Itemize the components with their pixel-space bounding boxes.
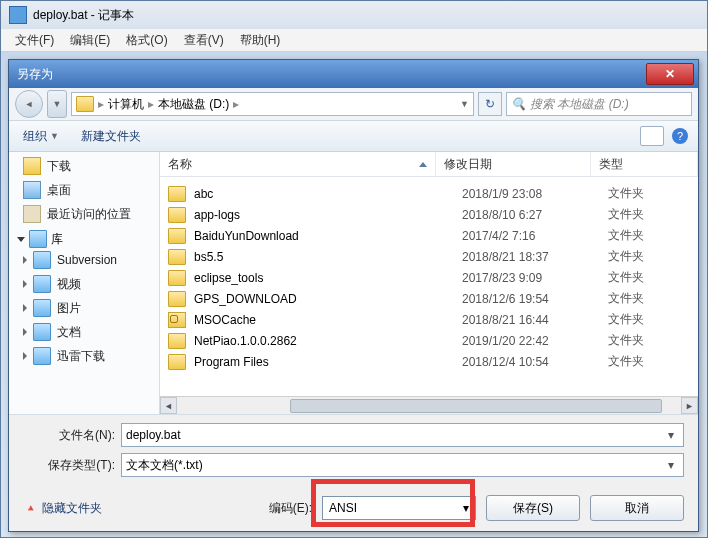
file-name: abc [194,187,462,201]
menu-format[interactable]: 格式(O) [120,30,173,51]
table-row[interactable]: Program Files2018/12/4 10:54文件夹 [160,351,698,372]
toolbar: 组织 ▼ 新建文件夹 ? [9,121,698,152]
file-name: Program Files [194,355,462,369]
table-row[interactable]: app-logs2018/8/10 6:27文件夹 [160,204,698,225]
table-row[interactable]: eclipse_tools2017/8/23 9:09文件夹 [160,267,698,288]
new-folder-button[interactable]: 新建文件夹 [77,126,145,147]
notepad-menubar[interactable]: 文件(F) 编辑(E) 格式(O) 查看(V) 帮助(H) [1,29,707,52]
dialog-title-text: 另存为 [17,66,53,83]
menu-edit[interactable]: 编辑(E) [64,30,116,51]
file-list[interactable]: abc2018/1/9 23:08文件夹app-logs2018/8/10 6:… [160,177,698,396]
filetype-value: 文本文档(*.txt) [126,457,203,474]
close-button[interactable]: ✕ [646,63,694,85]
filename-label: 文件名(N): [23,427,121,444]
file-type: 文件夹 [608,311,698,328]
file-name: app-logs [194,208,462,222]
organize-button[interactable]: 组织 ▼ [19,126,63,147]
file-type: 文件夹 [608,185,698,202]
file-type: 文件夹 [608,332,698,349]
sidebar-item-pictures[interactable]: 图片 [9,296,159,320]
sidebar-item-documents[interactable]: 文档 [9,320,159,344]
table-row[interactable]: BaiduYunDownload2017/4/2 7:16文件夹 [160,225,698,246]
dialog-titlebar[interactable]: 另存为 ✕ [9,60,698,88]
dialog-footer: 🔺 隐藏文件夹 编码(E): ANSI ▾ 保存(S) 取消 [9,485,698,531]
sidebar-item-desktop[interactable]: 桌面 [9,178,159,202]
save-as-dialog: 另存为 ✕ ◄ ▼ ▸ 计算机 ▸ 本地磁盘 (D:) ▸ ▼ ↻ 🔍 搜索 本… [8,59,699,532]
scroll-left-button[interactable]: ◄ [160,397,177,414]
hide-folders-link[interactable]: 🔺 隐藏文件夹 [25,500,102,517]
file-date: 2019/1/20 22:42 [462,334,608,348]
dropdown-icon[interactable]: ▾ [463,501,469,515]
sidebar-item-recent[interactable]: 最近访问的位置 [9,202,159,226]
sidebar-item-subversion[interactable]: Subversion [9,248,159,272]
breadcrumb-computer[interactable]: 计算机 [108,96,144,113]
file-type: 文件夹 [608,248,698,265]
help-icon[interactable]: ? [672,128,688,144]
file-list-pane: 名称 修改日期 类型 abc2018/1/9 23:08文件夹app-logs2… [160,152,698,414]
search-input[interactable]: 🔍 搜索 本地磁盘 (D:) [506,92,692,116]
horizontal-scrollbar[interactable]: ◄ ► [160,396,698,414]
filetype-label: 保存类型(T): [23,457,121,474]
folder-icon [168,354,186,370]
scroll-right-button[interactable]: ► [681,397,698,414]
file-name: BaiduYunDownload [194,229,462,243]
folder-icon [168,333,186,349]
filename-value: deploy.bat [126,428,181,442]
refresh-button[interactable]: ↻ [478,92,502,116]
column-type[interactable]: 类型 [591,152,698,176]
file-date: 2018/8/21 16:44 [462,313,608,327]
column-date[interactable]: 修改日期 [436,152,591,176]
notepad-window: deploy.bat - 记事本 文件(F) 编辑(E) 格式(O) 查看(V)… [0,0,708,538]
encoding-select[interactable]: ANSI ▾ [322,496,476,520]
notepad-title-text: deploy.bat - 记事本 [33,7,134,24]
dropdown-icon[interactable]: ▾ [663,428,679,442]
nav-back-button[interactable]: ◄ [15,90,43,118]
file-name: GPS_DOWNLOAD [194,292,462,306]
sidebar: 下载 桌面 最近访问的位置 库 Subversion 视频 图片 文档 迅雷下载 [9,152,160,414]
view-mode-button[interactable] [640,126,664,146]
notepad-icon [9,6,27,24]
table-row[interactable]: abc2018/1/9 23:08文件夹 [160,183,698,204]
dropdown-icon[interactable]: ▾ [663,458,679,472]
notepad-titlebar: deploy.bat - 记事本 [1,1,707,29]
table-row[interactable]: GPS_DOWNLOAD2018/12/6 19:54文件夹 [160,288,698,309]
menu-file[interactable]: 文件(F) [9,30,60,51]
column-name[interactable]: 名称 [160,152,436,176]
menu-help[interactable]: 帮助(H) [234,30,287,51]
sidebar-libraries-header[interactable]: 库 [9,230,159,248]
file-name: NetPiao.1.0.0.2862 [194,334,462,348]
drive-icon [76,96,94,112]
table-row[interactable]: NetPiao.1.0.0.28622019/1/20 22:42文件夹 [160,330,698,351]
folder-icon [168,186,186,202]
folder-icon [168,270,186,286]
file-type: 文件夹 [608,269,698,286]
address-dropdown-icon[interactable]: ▼ [460,99,469,109]
folder-icon [168,249,186,265]
sidebar-item-xunlei[interactable]: 迅雷下载 [9,344,159,368]
file-date: 2018/8/21 18:37 [462,250,608,264]
fields-area: 文件名(N): deploy.bat ▾ 保存类型(T): 文本文档(*.txt… [9,414,698,485]
search-icon: 🔍 [511,97,526,111]
file-type: 文件夹 [608,353,698,370]
file-date: 2017/4/2 7:16 [462,229,608,243]
address-bar[interactable]: ▸ 计算机 ▸ 本地磁盘 (D:) ▸ ▼ [71,92,474,116]
cancel-button[interactable]: 取消 [590,495,684,521]
sidebar-item-videos[interactable]: 视频 [9,272,159,296]
table-row[interactable]: MSOCache2018/8/21 16:44文件夹 [160,309,698,330]
file-date: 2018/8/10 6:27 [462,208,608,222]
encoding-value: ANSI [329,501,357,515]
filename-input[interactable]: deploy.bat ▾ [121,423,684,447]
menu-view[interactable]: 查看(V) [178,30,230,51]
scroll-thumb[interactable] [290,399,662,413]
filetype-select[interactable]: 文本文档(*.txt) ▾ [121,453,684,477]
column-headers[interactable]: 名称 修改日期 类型 [160,152,698,177]
save-button[interactable]: 保存(S) [486,495,580,521]
table-row[interactable]: bs5.52018/8/21 18:37文件夹 [160,246,698,267]
file-date: 2018/1/9 23:08 [462,187,608,201]
file-type: 文件夹 [608,206,698,223]
sidebar-item-downloads[interactable]: 下载 [9,154,159,178]
breadcrumb-drive[interactable]: 本地磁盘 (D:) [158,96,229,113]
encoding-label: 编码(E): [269,500,312,517]
search-placeholder: 搜索 本地磁盘 (D:) [530,96,629,113]
nav-history-button[interactable]: ▼ [47,90,67,118]
